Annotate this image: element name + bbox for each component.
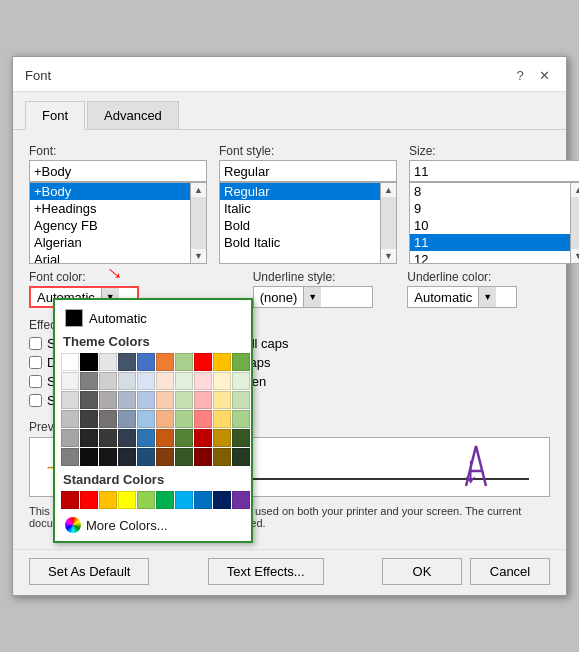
color-swatch[interactable]	[213, 429, 231, 447]
color-swatch[interactable]	[232, 353, 250, 371]
color-swatch[interactable]	[194, 410, 212, 428]
color-swatch[interactable]	[175, 391, 193, 409]
color-swatch[interactable]	[213, 391, 231, 409]
color-swatch[interactable]	[80, 391, 98, 409]
superscript-checkbox[interactable]	[29, 375, 42, 388]
more-colors-option[interactable]: More Colors...	[61, 515, 245, 535]
color-swatch[interactable]	[118, 353, 136, 371]
font-list-item[interactable]: Algerian	[30, 234, 190, 251]
color-swatch[interactable]	[99, 491, 117, 509]
scroll-down-arrow[interactable]: ▼	[571, 249, 579, 263]
size-listbox[interactable]: 8 9 10 11 12	[409, 182, 571, 264]
color-swatch[interactable]	[213, 353, 231, 371]
font-listbox[interactable]: +Body +Headings Agency FB Algerian Arial	[29, 182, 191, 264]
color-swatch[interactable]	[156, 448, 174, 466]
color-swatch[interactable]	[194, 429, 212, 447]
scroll-down-arrow[interactable]: ▼	[191, 249, 206, 263]
color-swatch[interactable]	[232, 372, 250, 390]
color-swatch[interactable]	[194, 448, 212, 466]
color-swatch[interactable]	[118, 491, 136, 509]
style-list-item[interactable]: Regular	[220, 183, 380, 200]
color-swatch[interactable]	[232, 391, 250, 409]
color-swatch[interactable]	[156, 372, 174, 390]
color-swatch[interactable]	[118, 391, 136, 409]
color-swatch[interactable]	[61, 491, 79, 509]
underline-style-dropdown[interactable]: (none) ▼	[253, 286, 373, 308]
color-swatch[interactable]	[194, 372, 212, 390]
close-button[interactable]: ✕	[534, 65, 554, 85]
color-swatch[interactable]	[137, 429, 155, 447]
font-list-item[interactable]: Arial	[30, 251, 190, 264]
color-swatch[interactable]	[175, 448, 193, 466]
size-list-item[interactable]: 10	[410, 217, 570, 234]
color-swatch[interactable]	[232, 491, 250, 509]
color-swatch[interactable]	[80, 429, 98, 447]
color-swatch[interactable]	[194, 353, 212, 371]
size-list-item[interactable]: 11	[410, 234, 570, 251]
help-button[interactable]: ?	[510, 65, 530, 85]
color-swatch[interactable]	[61, 448, 79, 466]
color-swatch[interactable]	[80, 372, 98, 390]
scroll-track[interactable]	[191, 197, 206, 249]
strikethrough-checkbox[interactable]	[29, 337, 42, 350]
scroll-track[interactable]	[381, 197, 396, 249]
style-scrollbar[interactable]: ▲ ▼	[381, 182, 397, 264]
color-swatch[interactable]	[213, 448, 231, 466]
color-swatch[interactable]	[175, 429, 193, 447]
scroll-up-arrow[interactable]: ▲	[191, 183, 206, 197]
size-input[interactable]	[409, 160, 579, 182]
double-strikethrough-checkbox[interactable]	[29, 356, 42, 369]
size-scrollbar[interactable]: ▲ ▼	[571, 182, 579, 264]
style-list-item[interactable]: Bold Italic	[220, 234, 380, 251]
underline-color-dropdown[interactable]: Automatic ▼	[407, 286, 517, 308]
color-swatch[interactable]	[80, 353, 98, 371]
color-swatch[interactable]	[137, 491, 155, 509]
color-swatch[interactable]	[156, 429, 174, 447]
color-swatch[interactable]	[61, 353, 79, 371]
size-list-item[interactable]: 9	[410, 200, 570, 217]
tab-font[interactable]: Font	[25, 101, 85, 130]
style-input[interactable]	[219, 160, 397, 182]
color-swatch[interactable]	[175, 372, 193, 390]
ok-button[interactable]: OK	[382, 558, 462, 585]
cancel-button[interactable]: Cancel	[470, 558, 550, 585]
style-list-item[interactable]: Italic	[220, 200, 380, 217]
color-swatch[interactable]	[194, 391, 212, 409]
color-swatch[interactable]	[213, 372, 231, 390]
font-list-item[interactable]: Agency FB	[30, 217, 190, 234]
color-swatch[interactable]	[156, 410, 174, 428]
scroll-up-arrow[interactable]: ▲	[571, 183, 579, 197]
color-swatch[interactable]	[137, 448, 155, 466]
tab-advanced[interactable]: Advanced	[87, 101, 179, 130]
color-swatch[interactable]	[99, 429, 117, 447]
color-swatch[interactable]	[99, 448, 117, 466]
scroll-up-arrow[interactable]: ▲	[381, 183, 396, 197]
text-effects-button[interactable]: Text Effects...	[208, 558, 324, 585]
color-swatch[interactable]	[194, 491, 212, 509]
scroll-down-arrow[interactable]: ▼	[381, 249, 396, 263]
color-swatch[interactable]	[118, 429, 136, 447]
underline-style-arrow[interactable]: ▼	[303, 287, 321, 307]
color-swatch[interactable]	[61, 372, 79, 390]
color-swatch[interactable]	[232, 448, 250, 466]
font-scrollbar[interactable]: ▲ ▼	[191, 182, 207, 264]
color-swatch[interactable]	[80, 448, 98, 466]
color-swatch[interactable]	[213, 410, 231, 428]
font-input[interactable]	[29, 160, 207, 182]
underline-color-arrow[interactable]: ▼	[478, 287, 496, 307]
set-default-button[interactable]: Set As Default	[29, 558, 149, 585]
color-swatch[interactable]	[118, 410, 136, 428]
color-swatch[interactable]	[175, 410, 193, 428]
color-swatch[interactable]	[99, 353, 117, 371]
color-swatch[interactable]	[156, 391, 174, 409]
color-swatch[interactable]	[156, 353, 174, 371]
size-list-item[interactable]: 8	[410, 183, 570, 200]
color-swatch[interactable]	[213, 491, 231, 509]
color-swatch[interactable]	[99, 410, 117, 428]
font-list-item[interactable]: +Body	[30, 183, 190, 200]
color-swatch[interactable]	[99, 372, 117, 390]
color-swatch[interactable]	[232, 410, 250, 428]
scroll-track[interactable]	[571, 197, 579, 249]
color-swatch[interactable]	[137, 391, 155, 409]
color-swatch[interactable]	[118, 372, 136, 390]
